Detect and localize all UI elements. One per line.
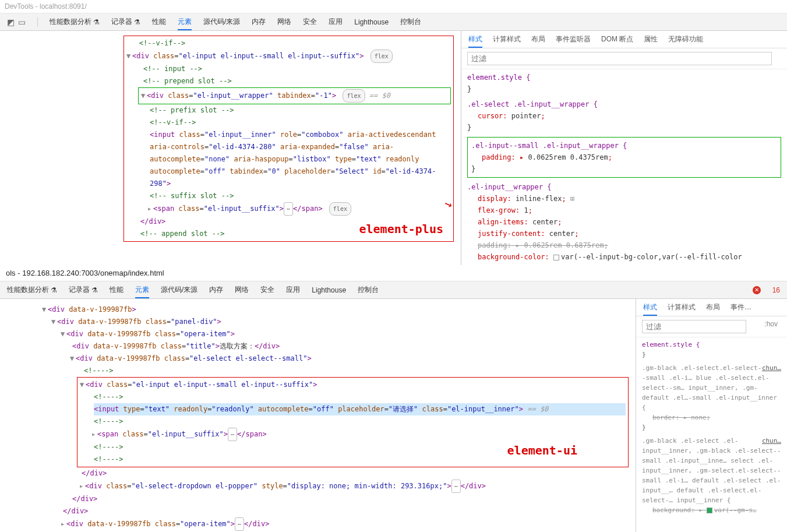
styles2-tab-events[interactable]: 事件… <box>730 302 751 312</box>
flex-badge[interactable]: flex <box>370 50 393 63</box>
tab-elements[interactable]: 元素 <box>178 17 192 30</box>
dom-tree-1[interactable]: <!--v-if--> ▼<div class="el-input el-inp… <box>0 31 461 265</box>
tab2-recorder[interactable]: 记录器 ⚗ <box>69 285 98 295</box>
tab-security[interactable]: 安全 <box>303 17 317 27</box>
window-title-2: ols - 192.168.182.240:7003/onemap/index.… <box>0 265 787 281</box>
tab-recorder[interactable]: 记录器 ⚗ <box>111 17 140 27</box>
styles-pane-1: 样式 计算样式 布局 事件监听器 DOM 断点 属性 无障碍功能 ↘ eleme… <box>461 31 787 265</box>
styles2-tab-styles[interactable]: 样式 <box>643 302 657 316</box>
styles2-tab-computed[interactable]: 计算样式 <box>668 302 696 312</box>
error-count: 16 <box>772 286 780 294</box>
tab-console[interactable]: 控制台 <box>400 17 421 27</box>
devtools-toolbar-1: ◩ ▭ 性能数据分析 ⚗ 记录器 ⚗ 性能 元素 源代码/来源 内存 网络 安全… <box>0 13 787 31</box>
tab2-console[interactable]: 控制台 <box>358 285 379 295</box>
styles-tab-dombreak[interactable]: DOM 断点 <box>601 34 633 44</box>
source-link[interactable]: chun… <box>762 363 781 373</box>
tab-lighthouse[interactable]: Lighthouse <box>354 18 389 26</box>
tab2-application[interactable]: 应用 <box>286 285 300 295</box>
tab2-sources[interactable]: 源代码/来源 <box>161 285 197 295</box>
dom-tree-2[interactable]: ▼<div data-v-199987fb> ▼<div data-v-1999… <box>0 299 636 532</box>
styles-tab-listeners[interactable]: 事件监听器 <box>556 34 591 44</box>
flask-icon: ⚗ <box>93 18 100 26</box>
tab2-memory[interactable]: 内存 <box>209 285 223 295</box>
tab2-security[interactable]: 安全 <box>260 285 274 295</box>
styles-tab-layout[interactable]: 布局 <box>531 34 545 44</box>
tab2-lighthouse[interactable]: Lighthouse <box>312 286 346 294</box>
tab-application[interactable]: 应用 <box>329 17 343 27</box>
styles-tab-computed[interactable]: 计算样式 <box>493 34 521 44</box>
styles-filter-input[interactable] <box>467 52 772 65</box>
tab2-perf-insights[interactable]: 性能数据分析 ⚗ <box>7 285 57 295</box>
styles-tab-props[interactable]: 属性 <box>644 34 658 44</box>
inspect-icon[interactable]: ◩ <box>7 17 15 27</box>
window-title-1: DevTools - localhost:8091/ <box>0 0 787 13</box>
styles-tab-a11y[interactable]: 无障碍功能 <box>668 34 703 44</box>
flask-icon: ⚗ <box>134 18 140 26</box>
source-link[interactable]: chun… <box>762 436 781 446</box>
device-icon[interactable]: ▭ <box>18 17 26 27</box>
styles2-tab-layout[interactable]: 布局 <box>706 302 720 312</box>
styles-pane-2: 样式 计算样式 布局 事件… :hov element.style { } ch… <box>636 299 787 532</box>
error-count-badge[interactable]: ✕ <box>753 286 761 294</box>
tab2-elements[interactable]: 元素 <box>135 285 149 298</box>
tab2-performance[interactable]: 性能 <box>110 285 123 295</box>
styles-tab-styles[interactable]: 样式 <box>468 34 482 48</box>
toolbar-icon-group: ◩ ▭ <box>7 17 26 27</box>
tab-performance[interactable]: 性能 <box>152 17 166 27</box>
hov-toggle[interactable]: :hov <box>764 320 778 328</box>
tab2-network[interactable]: 网络 <box>235 285 249 295</box>
tab-network[interactable]: 网络 <box>277 17 291 27</box>
devtools-toolbar-2: 性能数据分析 ⚗ 记录器 ⚗ 性能 元素 源代码/来源 内存 网络 安全 应用 … <box>0 281 787 299</box>
tab-sources[interactable]: 源代码/来源 <box>203 17 240 27</box>
styles2-filter-input[interactable] <box>642 320 746 333</box>
tab-memory[interactable]: 内存 <box>252 17 266 27</box>
tab-perf-insights[interactable]: 性能数据分析 ⚗ <box>50 17 100 27</box>
